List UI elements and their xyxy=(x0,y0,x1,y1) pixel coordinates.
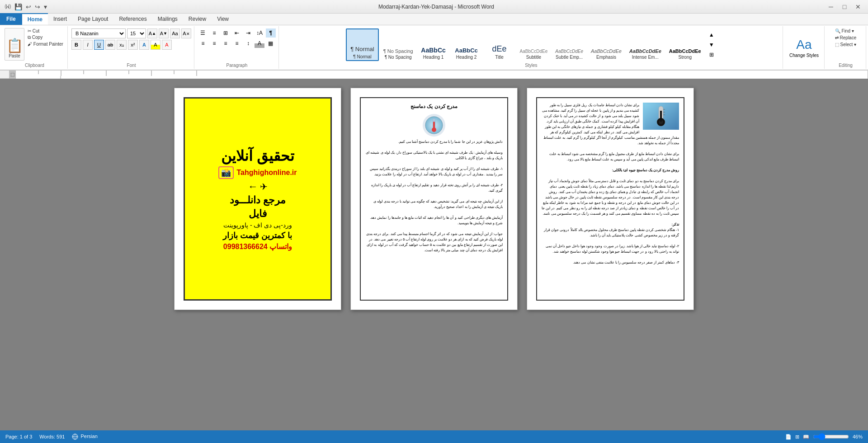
paste-button[interactable]: 📋 Paste xyxy=(5,28,24,61)
style-emphasis[interactable]: AaBbCcDdEe Emphasis xyxy=(588,28,625,61)
superscript-button[interactable]: x² xyxy=(128,40,138,50)
close-button[interactable]: ✕ xyxy=(852,2,864,11)
align-right-button[interactable]: ≡ xyxy=(221,39,231,48)
strikethrough-button[interactable]: ab xyxy=(105,40,115,50)
cut-button[interactable]: ✂ Cut xyxy=(26,28,65,34)
style-preview-normal: ¶ Normal xyxy=(349,45,375,53)
zoom-level: 46% xyxy=(853,434,863,439)
subscript-button[interactable]: x₂ xyxy=(117,40,127,50)
copy-button[interactable]: ⧉ Copy xyxy=(26,34,65,41)
text-effects-button[interactable]: A xyxy=(139,40,149,50)
tab-references[interactable]: References xyxy=(113,13,152,25)
ruler-toggle[interactable]: ⬚ xyxy=(9,71,15,79)
find-button[interactable]: 🔍 Find ▾ xyxy=(834,28,855,34)
language-indicator: Persian xyxy=(72,434,97,440)
para-row-1: ☰ ≡ ⊞ ⇤ ⇥ ↕A ¶ xyxy=(198,28,276,38)
change-styles-label[interactable]: Change Styles xyxy=(789,53,819,58)
borders-button[interactable]: ▦ xyxy=(266,39,276,48)
bullets-button[interactable]: ☰ xyxy=(198,28,208,38)
font-size-select[interactable]: 15 xyxy=(127,28,146,38)
minimize-button[interactable]: ─ xyxy=(825,2,837,11)
replace-label: Replace xyxy=(840,35,857,40)
view-fullscreen-icon[interactable]: ⊞ xyxy=(795,434,799,440)
style-strong[interactable]: AaBbCcDdEe Strong xyxy=(666,28,704,61)
style-nospacing[interactable]: ¶ No Spacing ¶ No Spacing xyxy=(380,28,416,61)
style-subtitle[interactable]: AaBbCcDdEe Subtitle xyxy=(517,28,551,61)
tab-mailings[interactable]: Mailings xyxy=(152,13,183,25)
styles-label: Styles xyxy=(283,62,780,69)
replace-button[interactable]: ⇄ Replace xyxy=(834,35,858,41)
change-case-button[interactable]: Aa xyxy=(170,28,180,38)
style-preview-emph: AaBbCcDdEe xyxy=(591,48,622,54)
multilevel-list-button[interactable]: ⊞ xyxy=(221,28,231,38)
clear-formatting-button[interactable]: A✕ xyxy=(181,28,191,38)
title-bar-left: 🄦 💾 ↩ ↪ ▾ xyxy=(4,2,48,11)
editing-label: Editing xyxy=(828,62,863,69)
justify-button[interactable]: ≡ xyxy=(232,39,242,48)
word-icon: 🄦 xyxy=(4,2,12,11)
tab-view[interactable]: View xyxy=(212,13,234,25)
page1-sub: مرجع دانلـــود xyxy=(230,194,286,206)
style-title[interactable]: dEe Title xyxy=(484,28,515,61)
page-3[interactable]: برای نشان دادن انبساط جامدات یک ریل فلزی… xyxy=(527,88,694,310)
styles-scroll-down[interactable]: ▼ xyxy=(707,40,717,49)
view-print-icon[interactable]: 📄 xyxy=(785,434,792,440)
find-icon: 🔍 xyxy=(835,28,842,33)
select-label: Select ▾ xyxy=(840,42,857,47)
numbering-button[interactable]: ≡ xyxy=(209,28,219,38)
decrease-indent-button[interactable]: ⇤ xyxy=(232,28,242,38)
font-row-2: B I U ab x₂ x² A A A xyxy=(71,40,172,50)
redo-quickaccess[interactable]: ↪ xyxy=(34,2,41,11)
show-hide-button[interactable]: ¶ xyxy=(266,28,276,38)
styles-scroll-up[interactable]: ▲ xyxy=(707,30,717,39)
customize-quickaccess[interactable]: ▾ xyxy=(43,2,48,11)
style-normal-label: ¶ Normal xyxy=(353,54,371,59)
tab-pagelayout[interactable]: Page Layout xyxy=(72,13,113,25)
tab-review[interactable]: Review xyxy=(183,13,212,25)
style-subtle-emphasis[interactable]: AaBbCcDdEe Subtle Emp... xyxy=(552,28,586,61)
align-center-button[interactable]: ≡ xyxy=(209,39,219,48)
text-highlight-button[interactable]: A xyxy=(151,40,160,50)
underline-button[interactable]: U xyxy=(94,40,104,50)
style-heading2[interactable]: AaBbCc Heading 2 xyxy=(451,28,482,61)
change-styles-icon: Aa xyxy=(796,38,811,52)
undo-quickaccess[interactable]: ↩ xyxy=(25,2,32,11)
window-title: Modarraj-Kardan-Yek-Damasaj - Microsoft … xyxy=(48,4,825,10)
page3-content: برای نشان دادن انبساط جامدات یک ریل فلزی… xyxy=(536,97,684,301)
zoom-slider[interactable] xyxy=(813,433,849,440)
tab-file[interactable]: File xyxy=(0,13,22,25)
style-heading1[interactable]: AaBbCc Heading 1 xyxy=(418,28,449,61)
shading-button[interactable]: A xyxy=(255,39,264,48)
format-painter-button[interactable]: 🖌 Format Painter xyxy=(26,41,65,47)
page2-content: مدرج کردن یک دماسنج xyxy=(360,97,508,301)
font-color-button[interactable]: A xyxy=(162,40,172,50)
page-1[interactable]: تحقیق آنلاین 📸 Tahghighonline.ir ← ✈ مرج… xyxy=(174,88,341,310)
svg-rect-0 xyxy=(16,71,868,79)
page1-desc: ورد-پی دی اف - پاورپوینت xyxy=(223,222,292,229)
tab-insert[interactable]: Insert xyxy=(48,13,72,25)
page-2[interactable]: مدرج کردن یک دماسنج xyxy=(350,88,518,310)
style-normal[interactable]: ¶ Normal ¶ Normal xyxy=(346,28,379,61)
increase-indent-button[interactable]: ⇥ xyxy=(243,28,253,38)
save-quickaccess[interactable]: 💾 xyxy=(14,2,23,11)
svg-rect-13 xyxy=(433,122,435,128)
view-reading-icon[interactable]: 📖 xyxy=(803,434,809,440)
cslabel xyxy=(787,67,821,69)
styles-expand[interactable]: ⊞ xyxy=(707,50,717,59)
maximize-button[interactable]: □ xyxy=(838,2,851,11)
line-spacing-button[interactable]: ↕ xyxy=(243,39,253,48)
font-grow-button[interactable]: A▲ xyxy=(147,28,157,38)
clipboard-group: 📋 Paste ✂ Cut ⧉ Copy 🖌 Format Painter xyxy=(2,26,68,69)
italic-button[interactable]: I xyxy=(83,40,93,50)
font-shrink-button[interactable]: A▼ xyxy=(159,28,169,38)
tab-home[interactable]: Home xyxy=(22,13,48,25)
bold-button[interactable]: B xyxy=(71,40,81,50)
svg-text:|: | xyxy=(60,75,61,79)
align-left-button[interactable]: ≡ xyxy=(198,39,208,48)
replace-icon: ⇄ xyxy=(835,35,840,40)
style-intense-emphasis[interactable]: AaBbCcDdEe Intense Em... xyxy=(626,28,665,61)
style-preview-title: dEe xyxy=(492,44,507,54)
font-family-select[interactable]: B Nazanin xyxy=(71,28,126,38)
sort-button[interactable]: ↕A xyxy=(255,28,264,38)
select-button[interactable]: ⬚ Select ▾ xyxy=(834,42,858,47)
